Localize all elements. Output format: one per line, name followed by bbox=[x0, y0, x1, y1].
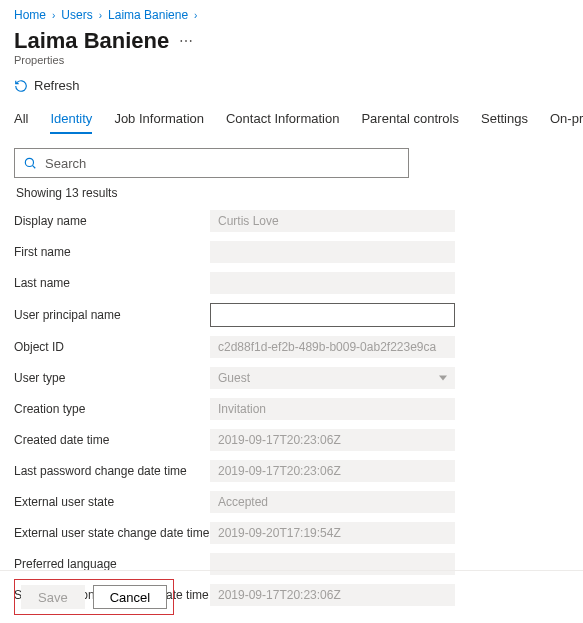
search-box[interactable] bbox=[14, 148, 409, 178]
field-row: Creation typeInvitation bbox=[14, 398, 569, 420]
tab-contact-information[interactable]: Contact Information bbox=[226, 111, 339, 134]
field-row: First name bbox=[14, 241, 569, 263]
footer-bar: Save Cancel bbox=[0, 570, 583, 615]
field-value: Curtis Love bbox=[210, 210, 455, 232]
chevron-right-icon: › bbox=[99, 10, 102, 21]
field-row: Last password change date time2019-09-17… bbox=[14, 460, 569, 482]
field-row: User typeGuest bbox=[14, 367, 569, 389]
tab-parental-controls[interactable]: Parental controls bbox=[361, 111, 459, 134]
svg-point-0 bbox=[25, 158, 33, 166]
field-value: Accepted bbox=[210, 491, 455, 513]
field-label: External user state change date time bbox=[14, 526, 210, 540]
refresh-icon bbox=[14, 79, 28, 93]
field-label: Last password change date time bbox=[14, 464, 210, 478]
chevron-right-icon: › bbox=[52, 10, 55, 21]
breadcrumb-home[interactable]: Home bbox=[14, 8, 46, 22]
field-value: Invitation bbox=[210, 398, 455, 420]
field-row: Object IDc2d88f1d-ef2b-489b-b009-0ab2f22… bbox=[14, 336, 569, 358]
field-row: User principal name bbox=[14, 303, 569, 327]
field-row: Created date time2019-09-17T20:23:06Z bbox=[14, 429, 569, 451]
tab-all[interactable]: All bbox=[14, 111, 28, 134]
field-label: User type bbox=[14, 371, 210, 385]
field-label: Last name bbox=[14, 276, 210, 290]
field-row: Display nameCurtis Love bbox=[14, 210, 569, 232]
field-label: External user state bbox=[14, 495, 210, 509]
field-value: c2d88f1d-ef2b-489b-b009-0ab2f223e9ca bbox=[210, 336, 455, 358]
breadcrumb: Home › Users › Laima Baniene › bbox=[14, 8, 569, 22]
tab-on-premises[interactable]: On-premises bbox=[550, 111, 583, 134]
save-button[interactable]: Save bbox=[21, 585, 85, 609]
refresh-label: Refresh bbox=[34, 78, 80, 93]
field-row: Last name bbox=[14, 272, 569, 294]
field-label: Display name bbox=[14, 214, 210, 228]
field-input[interactable] bbox=[210, 303, 455, 327]
field-label: User principal name bbox=[14, 308, 210, 322]
field-label: Creation type bbox=[14, 402, 210, 416]
tabs: All Identity Job Information Contact Inf… bbox=[14, 111, 569, 134]
field-row: External user state change date time2019… bbox=[14, 522, 569, 544]
field-label: First name bbox=[14, 245, 210, 259]
refresh-button[interactable]: Refresh bbox=[14, 78, 80, 93]
field-value: 2019-09-17T20:23:06Z bbox=[210, 429, 455, 451]
page-title: Laima Baniene bbox=[14, 28, 169, 54]
search-input[interactable] bbox=[45, 156, 400, 171]
field-value bbox=[210, 272, 455, 294]
tab-settings[interactable]: Settings bbox=[481, 111, 528, 134]
results-count: Showing 13 results bbox=[16, 186, 569, 200]
fields-list: Display nameCurtis LoveFirst nameLast na… bbox=[14, 210, 569, 606]
field-row: External user stateAccepted bbox=[14, 491, 569, 513]
footer-highlight: Save Cancel bbox=[14, 579, 174, 615]
field-value: 2019-09-20T17:19:54Z bbox=[210, 522, 455, 544]
field-label: Preferred language bbox=[14, 557, 210, 571]
field-dropdown[interactable]: Guest bbox=[210, 367, 455, 389]
svg-line-1 bbox=[33, 166, 36, 169]
page-subtitle: Properties bbox=[14, 54, 569, 66]
cancel-button[interactable]: Cancel bbox=[93, 585, 167, 609]
search-icon bbox=[23, 156, 37, 170]
field-value bbox=[210, 241, 455, 263]
chevron-right-icon: › bbox=[194, 10, 197, 21]
more-actions-icon[interactable]: ⋯ bbox=[179, 33, 193, 49]
tab-job-information[interactable]: Job Information bbox=[114, 111, 204, 134]
field-label: Object ID bbox=[14, 340, 210, 354]
breadcrumb-current[interactable]: Laima Baniene bbox=[108, 8, 188, 22]
tab-identity[interactable]: Identity bbox=[50, 111, 92, 134]
field-value: 2019-09-17T20:23:06Z bbox=[210, 460, 455, 482]
breadcrumb-users[interactable]: Users bbox=[61, 8, 92, 22]
field-label: Created date time bbox=[14, 433, 210, 447]
